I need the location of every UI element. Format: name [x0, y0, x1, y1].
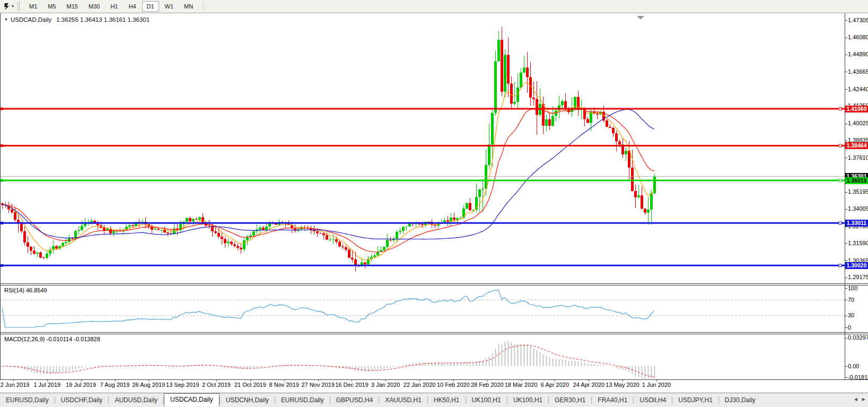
- price-tick-label: 1.40025: [848, 120, 868, 127]
- rsi-tick: [845, 300, 847, 300]
- timeframe-buttons: M1M5M15M30H1H4D1W1MN: [24, 1, 198, 12]
- timeframe-button-w1[interactable]: W1: [160, 1, 179, 12]
- line-right-handle: [839, 179, 841, 182]
- line-left-handle: [1, 108, 3, 110]
- panel-separator[interactable]: [0, 283, 868, 284]
- price-tick: [845, 278, 847, 278]
- chart-tool-group[interactable]: ▾: [0, 3, 15, 11]
- line-left-handle: [1, 144, 3, 147]
- date-label: 12 Jun 2019: [0, 382, 29, 388]
- price-tick-label: 1.37610: [848, 154, 868, 161]
- date-label: 28 Feb 2020: [471, 382, 504, 388]
- panel-separator: [0, 379, 868, 380]
- chart-tab-audusd-daily[interactable]: AUDUSD,Daily: [109, 395, 163, 405]
- rsi-panel-chart[interactable]: [0, 285, 845, 332]
- timeframe-button-m15[interactable]: M15: [62, 1, 83, 12]
- rsi-tick-label: 30: [848, 312, 854, 319]
- chart-tab-hk50-h1[interactable]: HK50,H1: [428, 395, 466, 405]
- line-left-handle: [1, 179, 3, 182]
- tool-dropdown-caret[interactable]: ▾: [12, 4, 14, 8]
- macd-tick: [845, 338, 847, 339]
- rsi-tick-label: 70: [848, 297, 854, 304]
- chart-tab-ger30-h1[interactable]: GER30,H1: [549, 395, 591, 405]
- price-tick: [845, 261, 847, 261]
- price-tick: [845, 55, 847, 55]
- chart-tab-dj30-daily[interactable]: DJ30,Daily: [719, 395, 761, 405]
- timeframe-button-m5[interactable]: M5: [43, 1, 60, 12]
- chart-left-border: [0, 13, 1, 380]
- chart-shift-marker-icon: [637, 16, 644, 20]
- macd-tick: [845, 377, 847, 378]
- rsi-tick: [845, 316, 847, 316]
- panel-separator: [0, 285, 868, 285]
- line-right-handle: [839, 264, 841, 267]
- timeframe-toolbar: ▾ M1M5M15M30H1H4D1W1MN: [0, 0, 868, 13]
- mt4-chart-window: ▾ M1M5M15M30H1H4D1W1MN ▼USDCAD,Daily1.36…: [0, 0, 868, 407]
- chart-tab-eurusd-daily[interactable]: EURUSD,Daily: [0, 395, 55, 405]
- price-line-label: 1.36015: [845, 177, 868, 184]
- timeframe-button-h4[interactable]: H4: [124, 1, 141, 12]
- toolbar-separator: [203, 2, 204, 11]
- price-line-label: 1.38464: [845, 142, 868, 149]
- ma-slow-line: [2, 109, 654, 239]
- price-tick-label: 1.35195: [848, 188, 868, 195]
- price-tick: [845, 243, 847, 244]
- price-tick: [845, 209, 847, 210]
- price-line-label: 1.33011: [845, 220, 868, 227]
- macd-tick-label: -0.018154: [848, 374, 868, 381]
- chart-tool-icon[interactable]: [3, 3, 11, 11]
- price-tick: [845, 141, 847, 141]
- date-label: 21 Oct 2019: [234, 382, 266, 388]
- macd-histogram: [3, 341, 655, 379]
- chart-tab-fra40-h1[interactable]: FRA40,H1: [592, 395, 633, 405]
- date-label: 7 Aug 2019: [100, 382, 130, 388]
- price-tick-label: 1.46080: [848, 34, 868, 41]
- date-label: 24 Apr 2020: [573, 382, 604, 388]
- line-right-handle: [839, 108, 841, 110]
- chart-tab-eurusd-daily[interactable]: EURUSD,Daily: [275, 395, 330, 405]
- macd-tick: [845, 366, 847, 367]
- timeframe-button-d1[interactable]: D1: [142, 1, 159, 12]
- price-tick-label: 1.29175: [848, 274, 868, 281]
- date-label: 3 Jan 2020: [371, 382, 400, 388]
- date-label: 26 Aug 2019: [132, 382, 165, 388]
- rsi-tick-label: 0: [848, 324, 851, 331]
- chart-tab-usdcnh-daily[interactable]: USDCNH,Daily: [220, 395, 275, 405]
- line-left-handle: [1, 222, 3, 224]
- date-label: 1 Jul 2019: [33, 382, 60, 388]
- chart-tab-xauusd-h1[interactable]: XAUUSD,H1: [379, 395, 427, 405]
- main-price-chart[interactable]: [0, 13, 845, 283]
- timeframe-button-m30[interactable]: M30: [84, 1, 104, 12]
- tab-scroll-left-button[interactable]: ◀: [854, 397, 857, 402]
- date-label: 18 Mar 2020: [505, 382, 538, 388]
- price-tick: [845, 20, 847, 21]
- price-tick: [845, 72, 847, 72]
- toolbar-grip[interactable]: [17, 2, 20, 11]
- chart-tab-usdchf-daily[interactable]: USDCHF,Daily: [55, 395, 109, 405]
- price-tick: [845, 158, 847, 158]
- macd-panel-chart[interactable]: [0, 334, 845, 379]
- price-line-label: 1.30020: [845, 262, 868, 269]
- price-tick-label: 1.47305: [848, 17, 868, 24]
- timeframe-button-mn[interactable]: MN: [179, 1, 198, 12]
- chart-tab-uk100-h1[interactable]: UK100,H1: [507, 395, 548, 405]
- chart-tab-usdjpy-h1[interactable]: USDJPY,H1: [672, 395, 718, 405]
- price-tick-label: 1.43665: [848, 68, 868, 75]
- chart-tab-gbpusd-h4[interactable]: GBPUSD,H4: [330, 395, 379, 405]
- horizontal-lines-layer: [0, 108, 845, 267]
- timeframe-button-m1[interactable]: M1: [24, 1, 42, 12]
- date-label: 2 Oct 2019: [202, 382, 231, 388]
- rsi-tick: [845, 327, 847, 328]
- chart-tab-usoil-h4[interactable]: USOil,H4: [634, 395, 672, 405]
- panel-separator[interactable]: [0, 332, 868, 333]
- date-label: 6 Apr 2020: [541, 382, 569, 388]
- timeframe-button-h1[interactable]: H1: [106, 1, 122, 12]
- date-label: 10 Feb 2020: [437, 382, 470, 388]
- tab-scroll-right-button[interactable]: ▶: [862, 397, 865, 402]
- chart-tab-usdcad-daily[interactable]: USDCAD,Daily: [164, 393, 220, 406]
- price-tick: [845, 89, 847, 90]
- date-label: 22 Jan 2020: [404, 382, 436, 388]
- date-label: 19 Jul 2019: [66, 382, 96, 388]
- line-right-handle: [839, 222, 841, 224]
- chart-tab-uk100-h1[interactable]: UK100,H1: [466, 395, 507, 405]
